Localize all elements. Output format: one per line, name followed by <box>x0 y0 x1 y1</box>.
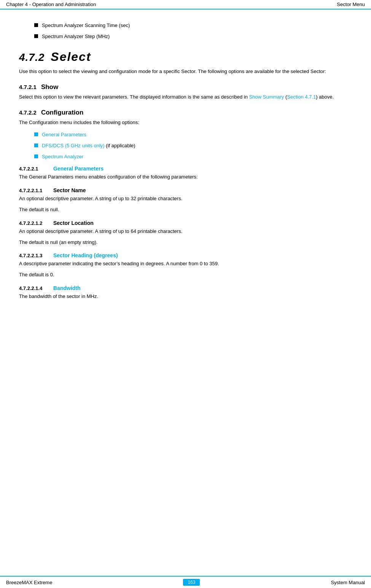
bullet-square-2 <box>34 34 38 38</box>
bullet-item-sa: Spectrum Analyzer <box>34 154 352 159</box>
bullet-item-2: Spectrum Analyzer Step (MHz) <box>34 33 352 39</box>
section-472213-body2: The default is 0. <box>19 271 352 279</box>
section-472214-title: Bandwidth <box>53 285 81 291</box>
section-472212-num: 4.7.2.2.1.2 <box>19 220 49 226</box>
bullet-item-1: Spectrum Analyzer Scanning Time (sec) <box>34 22 352 28</box>
section-472213-title: Sector Heading (degrees) <box>53 252 118 258</box>
section-4721-num: 4.7.2.1 <box>19 84 37 90</box>
section-472211-title: Sector Name <box>53 187 86 193</box>
bullet-text-sa[interactable]: Spectrum Analyzer <box>42 154 83 159</box>
bullet-square-dfs <box>34 143 38 147</box>
section-4722-heading: 4.7.2.2 Configuration <box>19 109 352 116</box>
section-4721-title: Show <box>41 83 58 91</box>
footer-right: System Manual <box>331 580 365 585</box>
section-47221-body: The General Parameters menu enables conf… <box>19 173 352 181</box>
section-472-title: Select <box>51 50 91 64</box>
bullet-square-sa <box>34 155 38 158</box>
bullet-square-1 <box>34 23 38 27</box>
section-472211-body1: An optional descriptive parameter. A str… <box>19 195 352 203</box>
main-content: Spectrum Analyzer Scanning Time (sec) Sp… <box>0 10 371 327</box>
bullet-text-gp[interactable]: General Parameters <box>42 132 86 137</box>
section-4721-body3: ) above. <box>316 94 334 100</box>
bullet-text-dfs: DFS/DCS (5 GHz units only) (if applicabl… <box>42 143 135 148</box>
bullet-text-2: Spectrum Analyzer Step (MHz) <box>42 33 110 39</box>
section-472211-body2: The default is null. <box>19 206 352 214</box>
section-4721-link2[interactable]: Section 4.7.1 <box>287 94 316 100</box>
section-472214-body1: The bandwidth of the sector in MHz. <box>19 293 352 301</box>
bullet-text-dfs-link[interactable]: DFS/DCS (5 GHz units only) <box>42 143 105 148</box>
section-4722-body: The Configuration menu includes the foll… <box>19 119 352 127</box>
section-472213-num: 4.7.2.2.1.3 <box>19 253 49 258</box>
section-472-heading: 4.7.2 Select <box>19 50 352 64</box>
section-472-num: 4.7.2 <box>19 51 45 64</box>
section-4721-link1[interactable]: Show Summary <box>249 94 284 100</box>
section-47221-heading: 4.7.2.2.1 General Parameters <box>19 166 352 172</box>
bullet-square-gp <box>34 132 38 136</box>
footer-page-number: 163 <box>183 579 200 586</box>
section-472214-num: 4.7.2.2.1.4 <box>19 285 49 291</box>
section-4721-body1: Select this option to view the relevant … <box>19 94 249 100</box>
section-472211-num: 4.7.2.2.1.1 <box>19 188 49 193</box>
section-472212-heading: 4.7.2.2.1.2 Sector Location <box>19 220 352 226</box>
bullet-text-dfs-suffix: (if applicable) <box>105 143 135 148</box>
section-472214-heading: 4.7.2.2.1.4 Bandwidth <box>19 285 352 291</box>
page-header: Chapter 4 - Operation and Administration… <box>0 0 371 10</box>
section-4722-title: Configuration <box>41 109 83 116</box>
section-47221-num: 4.7.2.2.1 <box>19 166 49 172</box>
section-472211-heading: 4.7.2.2.1.1 Sector Name <box>19 187 352 193</box>
footer-left: BreezeMAX Extreme <box>6 580 52 585</box>
header-right: Sector Menu <box>337 2 365 7</box>
section-472213-heading: 4.7.2.2.1.3 Sector Heading (degrees) <box>19 252 352 258</box>
bullet-item-dfs: DFS/DCS (5 GHz units only) (if applicabl… <box>34 143 352 148</box>
section-47221-title: General Parameters <box>53 166 103 172</box>
section-472-body: Use this option to select the viewing an… <box>19 68 352 76</box>
page-footer: BreezeMAX Extreme 163 System Manual <box>0 576 371 588</box>
section-4721-heading: 4.7.2.1 Show <box>19 83 352 91</box>
header-left: Chapter 4 - Operation and Administration <box>6 2 96 7</box>
section-4721-body: Select this option to view the relevant … <box>19 93 352 101</box>
section-472213-body1: A descriptive parameter indicating the s… <box>19 260 352 268</box>
section-472212-body1: An optional descriptive parameter. A str… <box>19 228 352 236</box>
section-472212-body2: The default is null (an empty string). <box>19 239 352 247</box>
bullet-text-1: Spectrum Analyzer Scanning Time (sec) <box>42 22 130 28</box>
bullet-item-gp: General Parameters <box>34 132 352 137</box>
section-472212-title: Sector Location <box>53 220 94 226</box>
section-4722-num: 4.7.2.2 <box>19 109 37 116</box>
